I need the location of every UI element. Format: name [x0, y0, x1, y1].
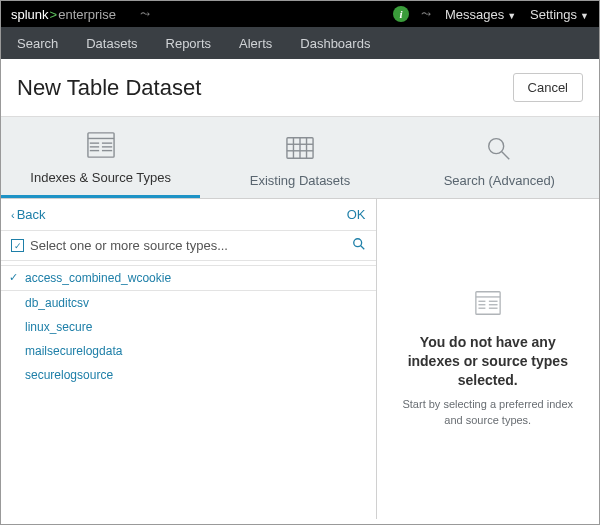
nav-reports[interactable]: Reports [166, 36, 212, 51]
brand-part2: enterprise [58, 7, 116, 22]
source-type-label: securelogsource [25, 368, 113, 382]
nav-search[interactable]: Search [17, 36, 58, 51]
brand-logo[interactable]: splunk>enterprise [11, 7, 116, 22]
tab-existing-datasets[interactable]: Existing Datasets [200, 134, 399, 198]
source-type-label: access_combined_wcookie [25, 271, 171, 285]
svg-point-14 [489, 139, 504, 154]
source-type-item[interactable]: ✓access_combined_wcookie [1, 265, 376, 291]
table-placeholder-icon [474, 290, 502, 319]
source-type-item[interactable]: securelogsource [1, 363, 376, 387]
tab-search-advanced[interactable]: Search (Advanced) [400, 134, 599, 198]
messages-label: Messages [445, 7, 504, 22]
chevron-left-icon: ‹ [11, 209, 15, 221]
svg-rect-18 [476, 291, 500, 314]
filter-row: ✓ Select one or more source types... [1, 231, 376, 261]
source-type-label: linux_secure [25, 320, 92, 334]
table-fields-icon [1, 131, 200, 162]
svg-point-16 [353, 239, 361, 247]
nav-dashboards[interactable]: Dashboards [300, 36, 370, 51]
settings-label: Settings [530, 7, 577, 22]
filter-label: Select one or more source types... [30, 238, 352, 253]
caret-down-icon: ▼ [507, 11, 516, 21]
activity-icon[interactable]: ⤳ [140, 7, 150, 21]
settings-menu[interactable]: Settings▼ [530, 7, 589, 22]
picker-top-bar: ‹Back OK [1, 199, 376, 231]
source-type-item[interactable]: db_auditcsv [1, 291, 376, 315]
magnifier-icon [400, 134, 599, 165]
source-type-item[interactable]: linux_secure [1, 315, 376, 339]
page-title: New Table Dataset [17, 75, 201, 101]
source-type-list: ✓access_combined_wcookie db_auditcsv lin… [1, 261, 376, 391]
cancel-button[interactable]: Cancel [513, 73, 583, 102]
select-all-checkbox[interactable]: ✓ [11, 239, 24, 252]
tab-indexes-sourcetypes[interactable]: Indexes & Source Types [1, 131, 200, 198]
brand-gt: > [50, 7, 58, 22]
back-label: Back [17, 207, 46, 222]
tabs-row: Indexes & Source Types Existing Datasets… [1, 117, 599, 198]
grid-icon [200, 134, 399, 165]
empty-state-title: You do not have any indexes or source ty… [387, 333, 589, 390]
empty-state-subtitle: Start by selecting a preferred index and… [387, 397, 589, 428]
picker-panel: ‹Back OK ✓ Select one or more source typ… [1, 199, 377, 519]
tab-label: Search (Advanced) [444, 173, 555, 188]
search-icon[interactable] [352, 237, 366, 254]
content-row: ‹Back OK ✓ Select one or more source typ… [1, 199, 599, 519]
source-type-label: db_auditcsv [25, 296, 89, 310]
svg-line-15 [502, 152, 509, 159]
nav-datasets[interactable]: Datasets [86, 36, 137, 51]
brand-part1: splunk [11, 7, 49, 22]
app-nav: Search Datasets Reports Alerts Dashboard… [1, 27, 599, 59]
source-type-item[interactable]: mailsecurelogdata [1, 339, 376, 363]
tab-label: Existing Datasets [250, 173, 350, 188]
selection-summary-panel: You do not have any indexes or source ty… [377, 199, 599, 519]
svg-rect-0 [88, 133, 114, 157]
tab-label: Indexes & Source Types [30, 170, 171, 185]
check-icon: ✓ [9, 271, 18, 284]
source-type-label: mailsecurelogdata [25, 344, 122, 358]
page-header: New Table Dataset Cancel [1, 59, 599, 117]
caret-down-icon: ▼ [580, 11, 589, 21]
svg-line-17 [360, 246, 364, 250]
messages-menu[interactable]: Messages▼ [445, 7, 516, 22]
nav-alerts[interactable]: Alerts [239, 36, 272, 51]
top-bar: splunk>enterprise ⤳ i ⤳ Messages▼ Settin… [1, 1, 599, 27]
tabs-area: Indexes & Source Types Existing Datasets… [1, 117, 599, 199]
back-button[interactable]: ‹Back [11, 207, 46, 222]
ok-button[interactable]: OK [347, 207, 366, 222]
info-icon[interactable]: i [393, 6, 409, 22]
activity-icon-2[interactable]: ⤳ [421, 7, 431, 21]
